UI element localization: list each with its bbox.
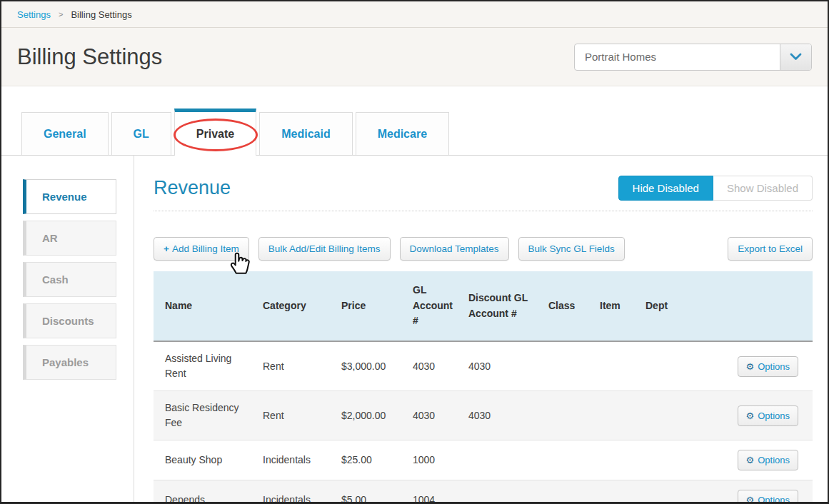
table-row: Basic Residency Fee Rent $2,000.00 4030 … bbox=[154, 391, 813, 440]
breadcrumb-current: Billing Settings bbox=[71, 9, 131, 20]
cell-gl-account: 4030 bbox=[407, 341, 463, 391]
cell-dept bbox=[640, 391, 729, 440]
sidebar-item-ar[interactable]: AR bbox=[23, 221, 116, 256]
cell-class bbox=[543, 480, 594, 504]
bulk-add-edit-button[interactable]: Bulk Add/Edit Billing Items bbox=[258, 237, 391, 261]
sidebar-item-label: AR bbox=[42, 232, 58, 244]
tab-bar: General GL Private Medicaid Medicare bbox=[1, 86, 828, 156]
column-header-dept: Dept bbox=[640, 271, 729, 341]
cell-item bbox=[594, 341, 640, 391]
options-button[interactable]: ⚙Options bbox=[738, 490, 798, 504]
cell-price: $5.00 bbox=[336, 480, 407, 504]
options-button[interactable]: ⚙Options bbox=[738, 356, 798, 377]
bulk-sync-gl-button[interactable]: Bulk Sync GL Fields bbox=[518, 237, 625, 261]
cell-category: Incidentals bbox=[257, 480, 336, 504]
table-row: Assisted Living Rent Rent $3,000.00 4030… bbox=[154, 341, 813, 391]
main-panel: Revenue Hide Disabled Show Disabled +Add… bbox=[134, 156, 828, 504]
column-header-options bbox=[729, 271, 813, 341]
cell-price: $3,000.00 bbox=[336, 341, 407, 391]
page-header: Billing Settings Portrait Homes bbox=[1, 28, 828, 86]
page-title: Billing Settings bbox=[17, 44, 162, 70]
column-header-item: Item bbox=[594, 271, 640, 341]
tab-private-label: Private bbox=[196, 128, 234, 141]
sidebar-item-payables[interactable]: Payables bbox=[23, 345, 116, 380]
show-disabled-button[interactable]: Show Disabled bbox=[713, 176, 813, 201]
tab-medicare[interactable]: Medicare bbox=[356, 112, 449, 155]
cell-class bbox=[543, 440, 594, 480]
tab-private[interactable]: Private bbox=[174, 109, 256, 156]
cell-dept bbox=[640, 341, 729, 391]
download-templates-button[interactable]: Download Templates bbox=[400, 237, 509, 261]
sidebar-item-label: Cash bbox=[42, 273, 69, 286]
cell-dept bbox=[640, 440, 729, 480]
tab-medicare-label: Medicare bbox=[378, 128, 427, 141]
options-button-label: Options bbox=[758, 455, 790, 465]
sidebar-item-label: Discounts bbox=[42, 315, 94, 327]
breadcrumb-separator-icon: > bbox=[59, 10, 63, 19]
app-window: Settings > Billing Settings Billing Sett… bbox=[0, 0, 829, 504]
column-header-class: Class bbox=[543, 271, 594, 341]
table-row: Depends Incidentals $5.00 1004 ⚙Options bbox=[154, 480, 813, 504]
cell-class bbox=[543, 391, 594, 440]
cell-name: Assisted Living Rent bbox=[154, 341, 257, 391]
tab-medicaid-label: Medicaid bbox=[281, 128, 330, 141]
cell-price: $25.00 bbox=[336, 440, 407, 480]
cell-item bbox=[594, 440, 640, 480]
facility-select-value: Portrait Homes bbox=[575, 44, 780, 70]
cell-discount-gl: 4030 bbox=[463, 391, 543, 440]
plus-icon: + bbox=[164, 243, 169, 254]
options-button[interactable]: ⚙Options bbox=[738, 450, 798, 470]
sidebar-item-revenue[interactable]: Revenue bbox=[23, 179, 116, 214]
sidebar: Revenue AR Cash Discounts Payables bbox=[1, 156, 134, 504]
billing-items-table: Name Category Price GL Account # Discoun… bbox=[154, 271, 813, 504]
options-button-label: Options bbox=[758, 495, 790, 504]
section-header: Revenue Hide Disabled Show Disabled bbox=[154, 176, 813, 211]
chevron-down-icon bbox=[790, 51, 802, 64]
gear-icon: ⚙ bbox=[746, 455, 755, 465]
breadcrumb-link-settings[interactable]: Settings bbox=[17, 9, 51, 20]
cell-gl-account: 1000 bbox=[407, 440, 463, 480]
export-to-excel-button[interactable]: Export to Excel bbox=[728, 237, 813, 261]
sidebar-item-label: Payables bbox=[42, 356, 89, 368]
tab-general-label: General bbox=[44, 128, 86, 141]
tab-gl-label: GL bbox=[134, 128, 149, 141]
section-title: Revenue bbox=[154, 177, 231, 199]
tab-medicaid[interactable]: Medicaid bbox=[259, 112, 352, 155]
cell-price: $2,000.00 bbox=[336, 391, 407, 440]
toolbar: +Add Billing Item Bulk Add/Edit Billing … bbox=[154, 237, 813, 261]
gear-icon: ⚙ bbox=[746, 495, 755, 504]
options-button-label: Options bbox=[758, 410, 790, 421]
breadcrumb: Settings > Billing Settings bbox=[1, 1, 828, 28]
content-area: Revenue AR Cash Discounts Payables Reven… bbox=[1, 156, 828, 504]
cell-category: Rent bbox=[257, 341, 336, 391]
column-header-price: Price bbox=[336, 271, 407, 341]
cell-discount-gl bbox=[463, 440, 543, 480]
cell-discount-gl: 4030 bbox=[463, 341, 543, 391]
sidebar-item-label: Revenue bbox=[42, 191, 87, 203]
table-row: Beauty Shop Incidentals $25.00 1000 ⚙Opt… bbox=[154, 440, 813, 480]
facility-select-button[interactable] bbox=[780, 44, 811, 70]
disabled-toggle: Hide Disabled Show Disabled bbox=[618, 176, 813, 201]
cell-name: Beauty Shop bbox=[154, 440, 257, 480]
column-header-category: Category bbox=[257, 271, 336, 341]
cell-gl-account: 4030 bbox=[407, 391, 463, 440]
cell-name: Basic Residency Fee bbox=[154, 391, 257, 440]
tab-gl[interactable]: GL bbox=[111, 112, 171, 155]
column-header-discount-gl: Discount GL Account # bbox=[463, 271, 543, 341]
options-button[interactable]: ⚙Options bbox=[738, 405, 798, 426]
cell-gl-account: 1004 bbox=[407, 480, 463, 504]
options-button-label: Options bbox=[758, 361, 790, 372]
cell-name: Depends bbox=[154, 480, 257, 504]
column-header-gl-account: GL Account # bbox=[407, 271, 463, 341]
cell-discount-gl bbox=[463, 480, 543, 504]
sidebar-item-discounts[interactable]: Discounts bbox=[23, 303, 116, 338]
hide-disabled-button[interactable]: Hide Disabled bbox=[618, 176, 713, 201]
tab-general[interactable]: General bbox=[21, 112, 109, 155]
column-header-name: Name bbox=[154, 271, 257, 341]
cell-item bbox=[594, 480, 640, 504]
sidebar-item-cash[interactable]: Cash bbox=[23, 262, 116, 297]
cell-dept bbox=[640, 480, 729, 504]
table-header-row: Name Category Price GL Account # Discoun… bbox=[154, 271, 813, 341]
facility-select[interactable]: Portrait Homes bbox=[574, 44, 812, 71]
cell-category: Rent bbox=[257, 391, 336, 440]
